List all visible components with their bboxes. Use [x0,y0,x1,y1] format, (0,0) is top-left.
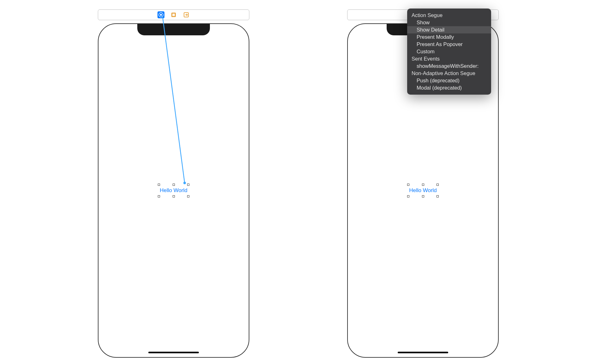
popup-menu-item[interactable]: Custom [407,48,491,55]
selection-handle[interactable] [158,195,160,197]
selection-handle[interactable] [173,195,175,197]
storyboard-scene-left: Hello World [98,9,249,358]
popup-menu-item[interactable]: Present As Popover [407,41,491,48]
selection-handle[interactable] [173,184,175,186]
notch [137,23,210,35]
popup-menu-item[interactable]: Show [407,19,491,26]
svg-point-1 [160,14,162,16]
home-indicator [398,352,448,353]
popup-menu-item[interactable]: Present Modally [407,33,491,41]
selection-handle[interactable] [422,184,424,186]
hello-world-button[interactable]: Hello World [408,185,437,196]
popup-section-header: Sent Events [407,55,491,62]
button-label: Hello World [160,187,187,194]
exit-icon[interactable] [183,11,190,18]
popup-menu-item[interactable]: Push (deprecated) [407,77,491,84]
view-controller-icon[interactable] [157,11,164,18]
popup-menu-item[interactable]: Modal (deprecated) [407,84,491,91]
selection-handle[interactable] [187,195,189,197]
selection-handle[interactable] [437,195,439,197]
selection-handle[interactable] [407,195,409,197]
svg-rect-3 [172,14,175,16]
selection-handle[interactable] [158,184,160,186]
selection-handle[interactable] [437,184,439,186]
scene-dock [98,9,249,20]
segue-connection-popup[interactable]: Action SegueShowShow DetailPresent Modal… [407,9,491,95]
button-label: Hello World [409,187,437,194]
selection-handle[interactable] [407,184,409,186]
home-indicator [148,352,199,353]
selection-handle[interactable] [187,184,189,186]
iphone-canvas[interactable]: Hello World [98,23,249,358]
popup-menu-item[interactable]: showMessageWithSender: [407,62,491,70]
popup-section-header: Non-Adaptive Action Segue [407,70,491,77]
popup-section-header: Action Segue [407,12,491,19]
hello-world-button[interactable]: Hello World [159,185,188,196]
first-responder-icon[interactable] [170,11,177,18]
selection-handle[interactable] [422,195,424,197]
popup-menu-item[interactable]: Show Detail [407,26,491,33]
